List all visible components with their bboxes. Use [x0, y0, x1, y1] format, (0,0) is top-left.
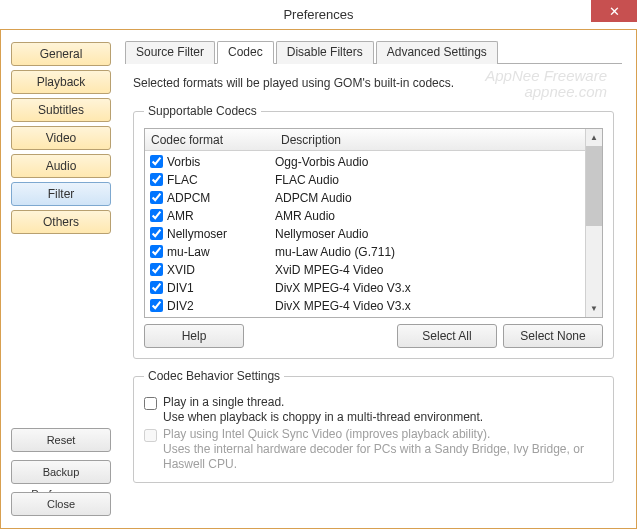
select-all-button[interactable]: Select All: [397, 324, 497, 348]
table-row[interactable]: DIV3DivX MPEG-4 Video V3.x: [145, 315, 585, 317]
tab-body: Selected formats will be played using GO…: [125, 64, 622, 505]
window-title: Preferences: [0, 7, 637, 22]
table-row[interactable]: AMRAMR Audio: [145, 207, 585, 225]
table-row[interactable]: NellymoserNellymoser Audio: [145, 225, 585, 243]
titlebar: Preferences ✕: [0, 0, 637, 30]
scroll-thumb[interactable]: [586, 146, 602, 226]
codec-description: AMR Audio: [275, 209, 585, 223]
sidebar: General Playback Subtitles Video Audio F…: [1, 30, 121, 528]
codec-checkbox[interactable]: [150, 281, 163, 294]
tab-advanced-settings[interactable]: Advanced Settings: [376, 41, 498, 64]
codec-table-header[interactable]: Codec format Description: [145, 129, 585, 151]
codec-table: Codec format Description VorbisOgg-Vorbi…: [144, 128, 603, 318]
sidebar-item-audio[interactable]: Audio: [11, 154, 111, 178]
quick-sync-checkbox: [144, 429, 157, 442]
codec-checkbox[interactable]: [150, 209, 163, 222]
codec-checkbox[interactable]: [150, 263, 163, 276]
tab-source-filter[interactable]: Source Filter: [125, 41, 215, 64]
single-thread-label-1: Play in a single thread.: [163, 395, 284, 409]
codec-description: DivX MPEG-4 Video V3.x: [275, 299, 585, 313]
content-area: Source Filter Codec Disable Filters Adva…: [121, 30, 636, 528]
codec-format: DIV1: [167, 281, 275, 295]
scroll-down-icon[interactable]: ▼: [586, 300, 602, 317]
table-row[interactable]: mu-Lawmu-Law Audio (G.711): [145, 243, 585, 261]
single-thread-checkbox[interactable]: [144, 397, 157, 410]
table-row[interactable]: VorbisOgg-Vorbis Audio: [145, 153, 585, 171]
codec-format: DIV2: [167, 299, 275, 313]
close-icon[interactable]: ✕: [591, 0, 637, 22]
sidebar-item-general[interactable]: General: [11, 42, 111, 66]
scrollbar[interactable]: ▲ ▼: [585, 129, 602, 317]
codec-checkbox[interactable]: [150, 155, 163, 168]
codec-format: AMR: [167, 209, 275, 223]
codec-description: ADPCM Audio: [275, 191, 585, 205]
codec-checkbox[interactable]: [150, 191, 163, 204]
codec-format: Vorbis: [167, 155, 275, 169]
codec-description: XviD MPEG-4 Video: [275, 263, 585, 277]
quick-sync-row: Play using Intel Quick Sync Video (impro…: [144, 427, 603, 472]
tab-disable-filters[interactable]: Disable Filters: [276, 41, 374, 64]
reset-button[interactable]: Reset: [11, 428, 111, 452]
tabs: Source Filter Codec Disable Filters Adva…: [125, 40, 622, 64]
table-row[interactable]: ADPCMADPCM Audio: [145, 189, 585, 207]
single-thread-label-2: Use when playback is choppy in a multi-t…: [163, 410, 483, 424]
sidebar-item-filter[interactable]: Filter: [11, 182, 111, 206]
supportable-codecs-legend: Supportable Codecs: [144, 104, 261, 118]
codec-behavior-legend: Codec Behavior Settings: [144, 369, 284, 383]
codec-description: mu-Law Audio (G.711): [275, 245, 585, 259]
quick-sync-label-2: Uses the internal hardware decoder for P…: [163, 442, 584, 471]
sidebar-item-subtitles[interactable]: Subtitles: [11, 98, 111, 122]
sidebar-item-others[interactable]: Others: [11, 210, 111, 234]
codec-checkbox[interactable]: [150, 227, 163, 240]
main-area: General Playback Subtitles Video Audio F…: [0, 30, 637, 529]
scroll-up-icon[interactable]: ▲: [586, 129, 602, 146]
codec-description: Nellymoser Audio: [275, 227, 585, 241]
codec-format: Nellymoser: [167, 227, 275, 241]
table-row[interactable]: DIV1DivX MPEG-4 Video V3.x: [145, 279, 585, 297]
sidebar-item-playback[interactable]: Playback: [11, 70, 111, 94]
quick-sync-label-1: Play using Intel Quick Sync Video (impro…: [163, 427, 490, 441]
col-header-description[interactable]: Description: [275, 133, 585, 147]
table-row[interactable]: DIV2DivX MPEG-4 Video V3.x: [145, 297, 585, 315]
single-thread-row: Play in a single thread. Use when playba…: [144, 395, 603, 425]
codec-checkbox[interactable]: [150, 245, 163, 258]
close-button[interactable]: Close: [11, 492, 111, 516]
tab-codec[interactable]: Codec: [217, 41, 274, 64]
codec-behavior-group: Codec Behavior Settings Play in a single…: [133, 369, 614, 483]
sidebar-item-video[interactable]: Video: [11, 126, 111, 150]
codec-description: DivX MPEG-4 Video V3.x: [275, 281, 585, 295]
codec-description: Ogg-Vorbis Audio: [275, 155, 585, 169]
codec-description: FLAC Audio: [275, 173, 585, 187]
codec-format: mu-Law: [167, 245, 275, 259]
backup-preferences-button[interactable]: Backup Preferences: [11, 460, 111, 484]
codec-checkbox[interactable]: [150, 299, 163, 312]
codec-checkbox[interactable]: [150, 173, 163, 186]
codec-format: XVID: [167, 263, 275, 277]
tab-description: Selected formats will be played using GO…: [133, 76, 614, 90]
select-none-button[interactable]: Select None: [503, 324, 603, 348]
col-header-format[interactable]: Codec format: [145, 133, 275, 147]
help-button[interactable]: Help: [144, 324, 244, 348]
codec-format: ADPCM: [167, 191, 275, 205]
codec-format: FLAC: [167, 173, 275, 187]
table-row[interactable]: FLACFLAC Audio: [145, 171, 585, 189]
supportable-codecs-group: Supportable Codecs Codec format Descript…: [133, 104, 614, 359]
table-row[interactable]: XVIDXviD MPEG-4 Video: [145, 261, 585, 279]
